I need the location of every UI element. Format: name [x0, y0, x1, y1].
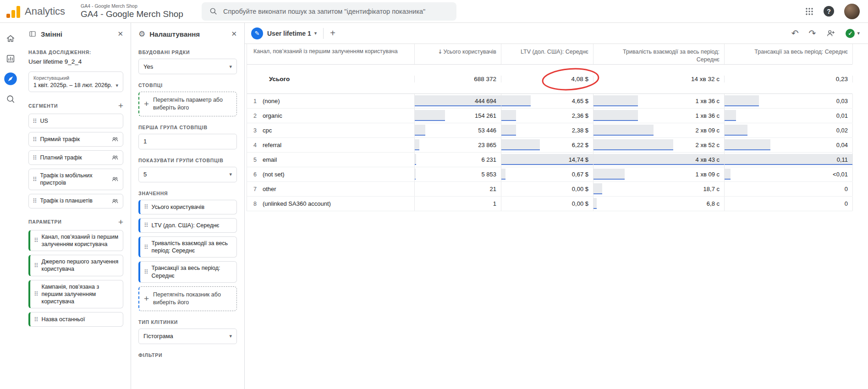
edit-pencil-icon[interactable]: ✎ [251, 27, 263, 39]
histogram-bar [725, 154, 852, 165]
histogram-bar [593, 125, 654, 136]
tab-user-lifetime[interactable]: User lifetime 1 [267, 30, 311, 37]
row-number: 6 [247, 171, 257, 178]
table-row[interactable]: 7 other 21 0,00 $ 18,7 с 0 [247, 182, 852, 197]
close-icon[interactable]: ✕ [231, 30, 237, 38]
variables-panel-icon [28, 30, 37, 38]
transactions-cell: 0,04 [725, 138, 853, 152]
table-row[interactable]: 2 organic 154 261 2,36 $ 1 хв 36 с 0,01 [247, 109, 852, 123]
drag-handle-icon[interactable]: ⠿ [33, 137, 37, 142]
drag-handle-icon[interactable]: ⠿ [144, 222, 148, 228]
undo-icon[interactable]: ↶ [791, 29, 799, 38]
drag-handle-icon[interactable]: ⠿ [144, 269, 148, 275]
chevron-down-icon[interactable]: ▾ [314, 30, 317, 36]
histogram-bar [725, 169, 731, 180]
drag-handle-icon[interactable]: ⠿ [34, 317, 38, 323]
plus-icon: + [144, 99, 149, 108]
metric-chip[interactable]: ⠿ Усього користувачів [138, 200, 237, 214]
histogram-bar [725, 139, 770, 150]
first-column-group-input[interactable]: 1 [138, 134, 237, 149]
nested-rows-dropdown[interactable]: Yes ▾ [138, 59, 237, 74]
segment-chip[interactable]: ⠿ Трафік із мобільних пристроїв [28, 169, 123, 190]
drag-handle-icon[interactable]: ⠿ [34, 291, 38, 297]
column-header-engagement[interactable]: Тривалість взаємодії за весь період: Сер… [593, 44, 725, 64]
segment-chip[interactable]: ⠿ Прямий трафік [28, 132, 123, 147]
drag-handle-icon[interactable]: ⠿ [144, 204, 148, 210]
dimension-drop-zone[interactable]: + Перетягніть параметр або виберіть його [138, 92, 237, 116]
date-range-value: 1 квіт. 2025р. – 18 лют. 2026р. [33, 82, 115, 88]
chevron-down-icon: ▾ [229, 171, 232, 177]
dimension-chip[interactable]: ⠿ Назва останньої [28, 312, 123, 327]
date-range-selector[interactable]: Користувацький 1 квіт. 2025р. – 18 лют. … [28, 71, 123, 92]
chevron-down-icon: ▾ [857, 30, 860, 36]
table-row[interactable]: 3 cpc 53 446 2,38 $ 2 хв 09 с 0,02 [247, 123, 852, 138]
exploration-name[interactable]: User lifetime 9_2_4 [28, 58, 123, 65]
table-row[interactable]: 8 (unlinked SA360 account) 1 0,00 $ 6,8 … [247, 197, 852, 211]
segment-chip[interactable]: ⠿ US [28, 114, 123, 128]
property-selector[interactable]: GA4 - Google Merch Shop GA4 - Google Mer… [81, 3, 183, 19]
segments-label: СЕГМЕНТИ [28, 103, 118, 109]
drag-handle-icon[interactable]: ⠿ [34, 263, 38, 268]
explore-icon[interactable] [2, 71, 19, 87]
drag-handle-icon[interactable]: ⠿ [34, 237, 38, 243]
people-icon [111, 135, 119, 143]
reports-icon[interactable] [2, 50, 19, 67]
advertising-icon[interactable] [2, 91, 19, 107]
drag-handle-icon[interactable]: ⠿ [33, 176, 37, 182]
channel-value: cpc [263, 127, 272, 134]
people-icon [111, 175, 119, 183]
segment-chip[interactable]: ⠿ Платний трафік [28, 150, 123, 165]
drag-handle-icon[interactable]: ⠿ [33, 198, 37, 204]
status-ok-button[interactable]: ✓ ▾ [846, 29, 860, 38]
users-cell: 5 853 [415, 167, 501, 181]
metric-chip[interactable]: ⠿ Трансакції за весь період: Середнє [138, 261, 237, 283]
dimension-chip[interactable]: ⠿ Кампанія, пов’язана з першим залучення… [28, 280, 123, 309]
drag-handle-icon[interactable]: ⠿ [33, 155, 37, 161]
drag-handle-icon[interactable]: ⠿ [33, 118, 37, 124]
dimension-chip[interactable]: ⠿ Джерело першого залучення користувача [28, 255, 123, 276]
avatar[interactable] [844, 4, 860, 19]
redo-icon[interactable]: ↷ [809, 29, 816, 38]
table-row[interactable]: 1 (none) 444 694 4,65 $ 1 хв 36 с 0,03 [247, 94, 852, 109]
table-row[interactable]: 6 (not set) 5 853 0,67 $ 1 хв 09 с <0,01 [247, 167, 852, 182]
dimension-chip[interactable]: ⠿ Канал, пов’язаний із першим залученням… [28, 230, 123, 252]
home-icon[interactable] [2, 30, 19, 47]
table-row[interactable]: 5 email 6 231 14,74 $ 4 хв 43 с 0,11 [247, 153, 852, 167]
channel-value: other [263, 186, 276, 192]
check-icon: ✓ [846, 29, 855, 38]
column-header-ltv[interactable]: LTV (дол. США): Середнє [501, 44, 593, 64]
table-row[interactable]: 4 referral 23 865 6,22 $ 2 хв 52 с 0,04 [247, 138, 852, 153]
dimension-cell: 8 (unlinked SA360 account) [247, 197, 415, 211]
column-header-transactions[interactable]: Трансакції за весь період: Середнє [725, 44, 853, 64]
histogram-bar [501, 169, 505, 180]
channel-value: (unlinked SA360 account) [263, 200, 331, 207]
metric-chip[interactable]: ⠿ Тривалість взаємодії за весь період: С… [138, 236, 237, 258]
search-input[interactable]: Спробуйте виконати пошук за запитом "іде… [202, 2, 456, 21]
apps-grid-icon[interactable] [805, 7, 813, 16]
chevron-down-icon: ▾ [115, 82, 118, 88]
column-header-users[interactable]: ↓Усього користувачів [415, 44, 501, 64]
share-users-icon[interactable] [826, 28, 835, 38]
add-dimension-button[interactable]: + [118, 218, 123, 226]
histogram-bar [501, 139, 540, 150]
row-number: 1 [247, 98, 257, 104]
segment-chip[interactable]: ⠿ Трафік із планшетів [28, 194, 123, 208]
segments-section-header: СЕГМЕНТИ + [28, 101, 123, 110]
metric-chip[interactable]: ⠿ LTV (дол. США): Середнє [138, 218, 237, 233]
help-icon[interactable]: ? [824, 6, 834, 16]
metric-drop-zone[interactable]: + Перетягніть показник або виберіть його [138, 286, 237, 311]
column-header-channel[interactable]: Канал, пов’язаний із першим залученням к… [247, 44, 415, 64]
add-segment-button[interactable]: + [118, 101, 123, 110]
show-column-groups-dropdown[interactable]: 5 ▾ [138, 167, 237, 182]
cell-type-dropdown[interactable]: Гістограма ▾ [138, 329, 237, 344]
table-body: 1 (none) 444 694 4,65 $ 1 хв 36 с 0,03 2… [247, 94, 852, 211]
filters-label: ФІЛЬТРИ [138, 352, 237, 358]
close-icon[interactable]: ✕ [117, 30, 123, 38]
users-cell: 23 865 [415, 138, 501, 152]
property-name: GA4 - Google Merch Shop [81, 9, 183, 19]
sort-desc-icon: ↓ [438, 48, 442, 55]
add-tab-button[interactable]: + [330, 28, 335, 38]
histogram-bar [725, 95, 759, 106]
drag-handle-icon[interactable]: ⠿ [144, 244, 148, 250]
histogram-bar [415, 110, 445, 121]
